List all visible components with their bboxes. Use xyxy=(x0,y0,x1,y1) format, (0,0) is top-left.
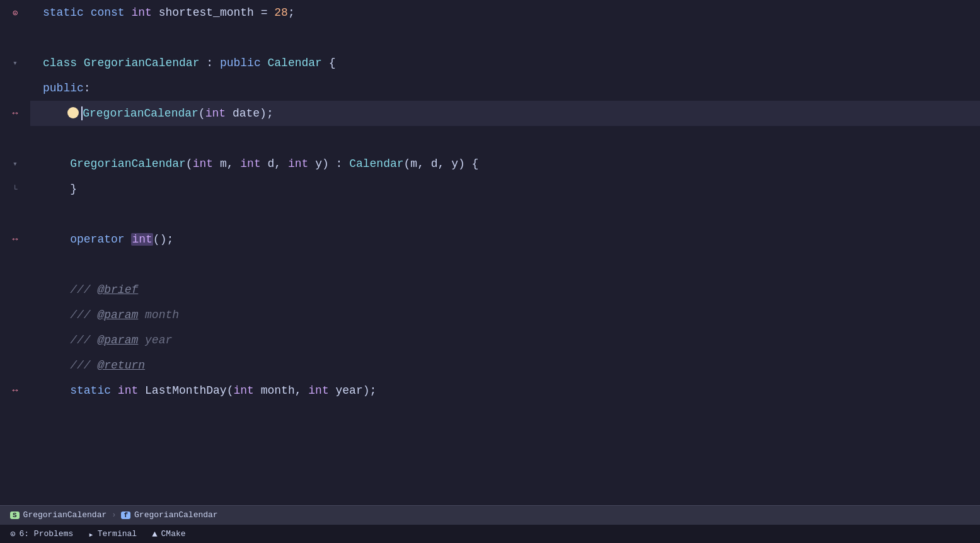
brace-close-8: } xyxy=(70,183,77,195)
indent-14 xyxy=(43,334,70,346)
breadcrumb-class-name: GregorianCalendar xyxy=(23,510,107,520)
class-calendar-3: Calendar xyxy=(268,57,322,69)
code-line-16: static int LastMonthDay( int month, int … xyxy=(30,378,980,403)
indent-15 xyxy=(43,359,70,372)
arrow-left-icon: ↔ xyxy=(12,108,18,119)
gutter: ⊙ ▾ ↔ ▾ └ ↔ ↔ xyxy=(0,0,30,505)
gutter-line-10[interactable]: ↔ xyxy=(0,227,30,252)
op-3: : xyxy=(199,57,219,69)
tag-param-year: @param xyxy=(97,334,138,346)
param-date-5: date); xyxy=(226,107,274,120)
gutter-line-17 xyxy=(0,403,30,428)
int-d: int xyxy=(240,157,260,170)
arrow-icon-2: ↔ xyxy=(12,386,18,396)
breadcrumb-bar: S GregorianCalendar › f GregorianCalenda… xyxy=(0,505,980,524)
kw-class-3: class xyxy=(43,57,77,69)
tag-brief: @brief xyxy=(97,283,138,296)
gutter-line-6 xyxy=(0,126,30,151)
editor-area: ⊙ ▾ ↔ ▾ └ ↔ ↔ static xyxy=(0,0,980,505)
class-calendar-7: Calendar xyxy=(349,157,403,170)
kw-operator: operator xyxy=(70,233,124,246)
collapse-bottom-icon: └ xyxy=(13,185,18,194)
space-2 xyxy=(125,6,132,19)
space-4 xyxy=(261,57,268,69)
code-line-17 xyxy=(30,403,980,428)
kw-public-3: public xyxy=(220,57,261,69)
space-10 xyxy=(125,233,132,246)
code-line-15: /// @return xyxy=(30,353,980,378)
code-line-13: /// @param month xyxy=(30,302,980,328)
gutter-line-16[interactable]: ↔ xyxy=(0,378,30,403)
semi-1: ; xyxy=(288,6,295,19)
breadcrumb-func[interactable]: f GregorianCalendar xyxy=(121,510,217,520)
param-month-16: month, xyxy=(254,384,308,397)
collapse-top-icon: ▾ xyxy=(13,159,18,169)
triangle-icon: ▲ xyxy=(152,529,157,539)
tag-return: @return xyxy=(97,359,145,372)
kw-static-16: static xyxy=(70,384,111,397)
circle-icon: ⊙ xyxy=(10,529,15,539)
code-content[interactable]: static const int shortest_month = 28 ; c… xyxy=(30,0,980,505)
gutter-line-14 xyxy=(0,328,30,353)
gutter-line-3[interactable]: ▾ xyxy=(0,50,30,76)
breadcrumb-separator: › xyxy=(112,511,116,520)
gutter-line-12 xyxy=(0,277,30,302)
code-line-7: GregorianCalendar ( int m, int d, int y)… xyxy=(30,151,980,176)
indent-12 xyxy=(43,283,70,296)
problems-item[interactable]: ⊙ 6: Problems xyxy=(10,529,73,539)
lightbulb-icon[interactable] xyxy=(67,107,79,118)
dot-icon: ⊙ xyxy=(13,8,18,18)
comment-slash-14: /// xyxy=(70,334,97,346)
indent-16 xyxy=(43,384,70,397)
tag-param-month: @param xyxy=(97,309,138,321)
gutter-line-13 xyxy=(0,302,30,328)
type-int-1: int xyxy=(131,6,151,19)
int-month-16: int xyxy=(233,384,253,397)
int-16: int xyxy=(118,384,138,397)
terminal-icon: ▸ xyxy=(88,529,93,539)
problems-label: 6: Problems xyxy=(19,529,73,539)
space-3 xyxy=(77,57,84,69)
terminal-item[interactable]: ▸ Terminal xyxy=(88,529,137,539)
s-badge: S xyxy=(10,512,20,519)
code-line-4: public : xyxy=(30,76,980,101)
paren-5: ( xyxy=(199,107,205,120)
comment-year: year xyxy=(138,334,172,346)
comment-month: month xyxy=(138,309,179,321)
gutter-line-7[interactable]: ▾ xyxy=(0,151,30,176)
call-7: (m, d, y) { xyxy=(404,157,479,170)
brace-3: { xyxy=(322,57,336,69)
call-10: (); xyxy=(153,233,173,246)
code-line-8: } xyxy=(30,176,980,202)
space-1 xyxy=(84,6,91,19)
class-name-7: GregorianCalendar xyxy=(70,157,186,170)
int-m: int xyxy=(193,157,213,170)
breadcrumb-class[interactable]: S GregorianCalendar xyxy=(10,510,107,520)
cmake-item[interactable]: ▲ CMake xyxy=(152,529,185,539)
gutter-line-8: └ xyxy=(0,176,30,202)
gutter-line-2 xyxy=(0,25,30,50)
collapse-icon: ▾ xyxy=(13,58,18,68)
indent-13 xyxy=(43,309,70,321)
indent-7 xyxy=(43,157,70,170)
int-year-16: int xyxy=(308,384,328,397)
kw-public-4: public xyxy=(43,82,84,94)
code-line-14: /// @param year xyxy=(30,328,980,353)
code-line-10: operator int (); xyxy=(30,227,980,252)
status-bar: ⊙ 6: Problems ▸ Terminal ▲ CMake xyxy=(0,524,980,543)
f-badge: f xyxy=(121,512,130,519)
code-line-2 xyxy=(30,25,980,50)
comment-slash-13: /// xyxy=(70,309,97,321)
gutter-line-1: ⊙ xyxy=(0,0,30,25)
param-y: y) : xyxy=(308,157,349,170)
class-name-5: GregorianCalendar xyxy=(83,107,199,120)
code-line-5: GregorianCalendar ( int date); xyxy=(30,101,980,126)
colon-4: : xyxy=(84,82,91,94)
param-year-16: year); xyxy=(329,384,377,397)
gutter-line-5[interactable]: ↔ xyxy=(0,101,30,126)
space-16 xyxy=(111,384,118,397)
type-int-5: int xyxy=(205,107,226,120)
code-line-9 xyxy=(30,202,980,227)
kw-const-1: const xyxy=(91,6,125,19)
indent-8 xyxy=(43,183,70,195)
